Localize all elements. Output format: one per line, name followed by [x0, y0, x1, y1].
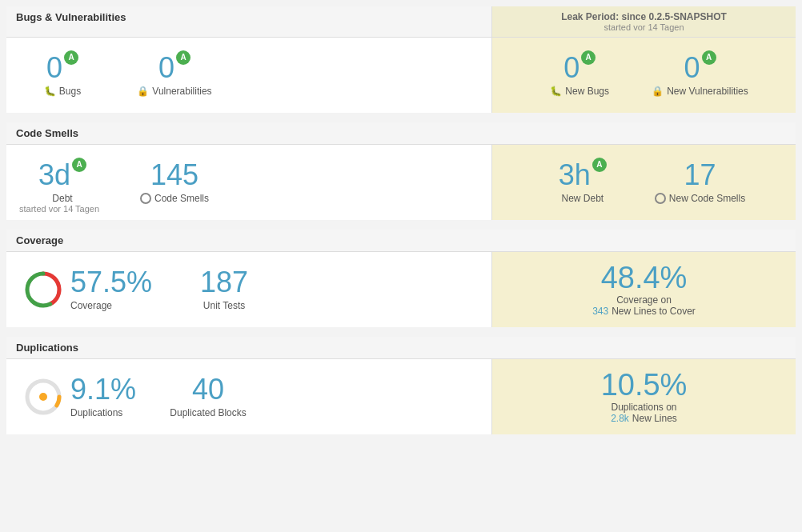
dup-pct-metric: 9.1% Duplications — [6, 369, 152, 425]
new-coverage-label-text: Coverage on — [616, 294, 672, 306]
new-vuln-value: 0 — [684, 54, 700, 82]
new-dup-value: 10.5% — [601, 370, 688, 400]
code-smells-metric: 145 Code Smells — [118, 154, 231, 210]
new-coverage-value: 48.4% — [601, 262, 688, 293]
dup-label-text: Duplications — [70, 407, 122, 418]
bugs-left-panel: 0 A Bugs 0 A Vulnerab — [6, 38, 491, 113]
new-vuln-icon — [652, 86, 664, 97]
coverage-label-text: Coverage — [70, 300, 112, 311]
new-debt-value-container: 3h A — [559, 161, 607, 190]
code-smells-body: 3d A Debt 145 Code Smells — [6, 145, 796, 220]
code-smells-header: Code Smells — [6, 122, 796, 145]
leak-period-header: Leak Period: since 0.2.5-SNAPSHOT starte… — [491, 6, 796, 38]
code-smells-value-container: 145 — [150, 161, 198, 190]
vuln-badge: A — [176, 50, 190, 65]
unit-tests-value-container: 187 — [200, 268, 248, 297]
dup-pct-value: 9.1% — [70, 375, 136, 404]
code-smells-count-label: Code Smells — [140, 193, 209, 204]
dup-circle — [22, 376, 64, 418]
dup-pct: 9.1% — [70, 375, 136, 404]
new-smell-icon — [655, 193, 666, 204]
duplications-header: Duplications — [6, 337, 796, 359]
dup-blocks-value-container: 40 — [192, 375, 224, 404]
duplications-title: Duplications — [16, 342, 78, 354]
new-dup-sub: 2.8k New Lines — [611, 413, 677, 424]
new-bug-icon — [550, 86, 562, 97]
dup-blocks-value: 40 — [192, 375, 224, 404]
new-dup-lines-value: 2.8k — [611, 413, 629, 424]
new-code-smells-value: 17 — [684, 161, 716, 190]
bugs-section-title: Bugs & Vulnerabilities — [6, 6, 491, 38]
smell-icon — [140, 193, 151, 204]
new-debt-metric: 3h A New Debt — [527, 154, 639, 210]
new-bugs-badge: A — [581, 50, 595, 65]
vuln-label-text: Vulnerabilities — [152, 86, 211, 97]
new-bugs-label-text: New Bugs — [565, 86, 609, 97]
new-lines-value: 343 — [592, 306, 608, 317]
leak-period-subtitle: started vor 14 Tagen — [502, 22, 786, 32]
new-code-smells-metric: 17 New Code Smells — [639, 154, 761, 210]
bugs-label: Bugs — [44, 86, 81, 97]
dashboard: Bugs & Vulnerabilities Leak Period: sinc… — [0, 0, 802, 444]
new-vuln-label-text: New Vulnerabilities — [667, 86, 748, 97]
vuln-value: 0 — [158, 54, 174, 82]
bugs-metric: 0 A Bugs — [6, 47, 118, 103]
dup-blocks-label-text: Duplicated Blocks — [170, 407, 246, 418]
code-smells-section: Code Smells 3d A Debt 145 — [6, 122, 796, 220]
new-debt-label-text: New Debt — [561, 193, 604, 204]
code-smells-title: Code Smells — [16, 127, 78, 139]
duplications-section: Duplications — [6, 337, 796, 434]
unit-tests-value: 187 — [200, 268, 248, 297]
debt-value: 3d — [38, 161, 70, 190]
duplications-right-panel: 10.5% Duplications on 2.8k New Lines — [491, 359, 796, 434]
bugs-vulnerabilities-section: Bugs & Vulnerabilities Leak Period: sinc… — [6, 6, 796, 113]
new-bugs-metric: 0 A New Bugs — [523, 47, 636, 103]
code-smells-label-text: Code Smells — [154, 193, 209, 204]
new-bugs-label: New Bugs — [550, 86, 609, 97]
coverage-metric: 57.5% Coverage — [6, 262, 168, 318]
bugs-section-body: 0 A Bugs 0 A Vulnerab — [6, 38, 796, 113]
leak-period-title: Leak Period: since 0.2.5-SNAPSHOT — [502, 11, 786, 22]
new-debt-label: New Debt — [561, 193, 604, 204]
debt-badge: A — [72, 158, 86, 172]
coverage-body: 57.5% Coverage 187 Unit Tests — [6, 252, 796, 327]
new-vuln-metric: 0 A New Vulnerabilities — [636, 47, 764, 103]
code-smells-count: 145 — [150, 161, 198, 190]
vuln-value-container: 0 A — [158, 54, 190, 82]
duplications-left-panel: 9.1% Duplications 40 Duplicated Blocks — [6, 359, 491, 434]
bugs-title-text: Bugs & Vulnerabilities — [16, 11, 126, 23]
unit-tests-metric: 187 Unit Tests — [168, 262, 280, 318]
bugs-label-text: Bugs — [59, 86, 81, 97]
new-dup-label: Duplications on — [611, 402, 676, 413]
started-label: started vor 14 Tagen — [10, 201, 109, 217]
coverage-left-panel: 57.5% Coverage 187 Unit Tests — [6, 252, 491, 327]
dup-center-dot — [38, 391, 49, 402]
new-code-smells-label-text: New Code Smells — [669, 193, 745, 204]
new-code-smells-value-container: 17 — [684, 161, 716, 190]
new-coverage-sub: 343 New Lines to Cover — [592, 306, 696, 317]
dup-blocks-metric: 40 Duplicated Blocks — [152, 369, 264, 425]
bug-icon — [44, 86, 56, 97]
bugs-header-row: Bugs & Vulnerabilities Leak Period: sinc… — [6, 6, 796, 38]
bugs-value-container: 0 A — [46, 54, 78, 82]
vuln-label: Vulnerabilities — [137, 86, 211, 97]
new-vuln-value-container: 0 A — [684, 54, 716, 82]
duplications-body: 9.1% Duplications 40 Duplicated Blocks — [6, 359, 796, 434]
coverage-pct: 57.5% — [70, 268, 152, 297]
coverage-right-panel: 48.4% Coverage on 343 New Lines to Cover — [491, 252, 796, 327]
coverage-circle — [22, 269, 64, 310]
new-vuln-label: New Vulnerabilities — [652, 86, 748, 97]
coverage-pct-value: 57.5% — [70, 268, 152, 297]
new-bugs-value-container: 0 A — [563, 54, 595, 82]
debt-value-container: 3d A — [38, 161, 86, 190]
new-coverage-label: Coverage on — [616, 294, 672, 306]
bugs-value: 0 — [46, 54, 62, 82]
coverage-section: Coverage 57.5% — [6, 230, 796, 327]
coverage-header: Coverage — [6, 230, 796, 252]
bugs-right-panel: 0 A New Bugs 0 A New — [491, 38, 796, 113]
new-debt-value: 3h — [559, 161, 591, 190]
vulnerabilities-metric: 0 A Vulnerabilities — [118, 47, 231, 103]
new-code-smells-label: New Code Smells — [655, 193, 745, 204]
new-bugs-value: 0 — [563, 54, 579, 82]
unit-tests-label-text: Unit Tests — [203, 300, 245, 311]
